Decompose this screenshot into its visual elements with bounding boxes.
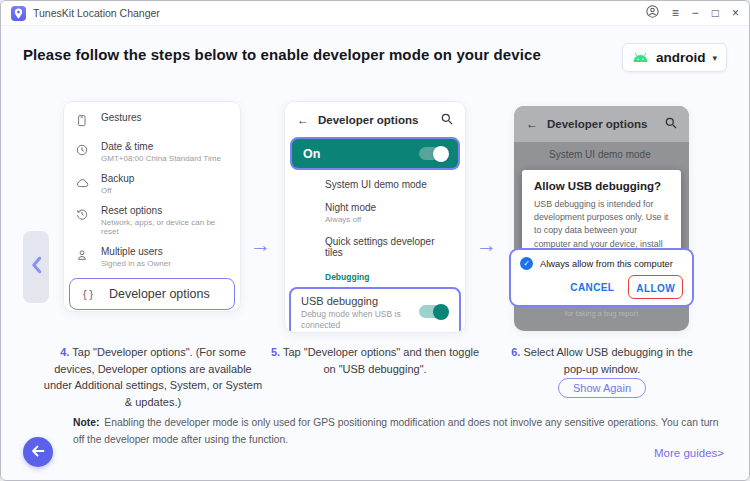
caption-step6: 6. Select Allow USB debugging in the pop…: [507, 344, 697, 377]
back-button[interactable]: [23, 437, 53, 467]
reset-history-icon: [76, 206, 89, 224]
dev-row-subtitle: Always off: [325, 215, 453, 224]
device-selector-label: android: [656, 50, 706, 65]
back-arrow-icon: ←: [297, 113, 309, 127]
on-label: On: [303, 147, 320, 161]
title-bar: TunesKit Location Changer ≡ − □ ×: [1, 1, 749, 26]
dev-row-title: System UI demo mode: [325, 179, 453, 190]
checkbox-checked-icon: ✓: [520, 257, 533, 270]
note-text: Note:Enabling the developer mode is only…: [73, 415, 725, 449]
flow-arrow-icon: →: [476, 233, 497, 257]
android-robot-icon: [632, 49, 649, 67]
allow-dialog-highlight: ✓ Always allow from this computer CANCEL…: [509, 248, 694, 307]
page-title: Please follow the steps below to enable …: [23, 46, 541, 63]
note-body: Enabling the developer mode is only used…: [73, 417, 719, 445]
chevron-left-icon: [31, 256, 42, 278]
settings-row-backup: Backup Off: [64, 168, 240, 200]
caption-step4: 4. Tap "Developer options". (For some de…: [39, 344, 267, 410]
usb-debugging-highlight: USB debugging Debug mode when USB is con…: [289, 287, 461, 333]
user-icon: [76, 247, 89, 265]
developer-options-highlight: { } Developer options: [69, 278, 235, 310]
arrow-left-icon: [31, 443, 45, 461]
settings-subtitle: Off: [101, 186, 134, 195]
dialog-title: Allow USB debugging?: [534, 180, 669, 192]
search-icon: [665, 115, 677, 133]
settings-subtitle: Signed in as Owner: [101, 259, 171, 268]
dev-row-title: Quick settings developer tiles: [325, 236, 453, 258]
usb-debugging-subtitle: Debug mode when USB is connected: [301, 309, 405, 332]
developer-options-label: Developer options: [109, 287, 210, 301]
maximize-icon[interactable]: □: [712, 7, 719, 19]
dev-row-system-ui: System UI demo mode: [285, 173, 465, 196]
screenshot-developer-options: ← Developer options On System UI demo mo…: [284, 101, 466, 333]
dimmed-row: System UI demo mode: [514, 142, 689, 167]
settings-title: Reset options: [101, 205, 228, 216]
caption-step5: 5. Tap "Developer options" and then togg…: [270, 344, 480, 377]
allow-button: ALLOW: [636, 283, 675, 294]
step-number: 6.: [511, 346, 520, 358]
app-logo-pin-icon: [11, 6, 26, 21]
prev-step-button[interactable]: [23, 231, 49, 303]
settings-title: Backup: [101, 173, 134, 184]
dev-row-night-mode: Night mode Always off: [285, 196, 465, 230]
settings-row-date-time: Date & time GMT+08:00 China Standard Tim…: [64, 136, 240, 168]
developer-options-header: ← Developer options: [285, 102, 465, 134]
usb-debugging-toggle: [419, 305, 447, 318]
step-text: Tap "Developer options" and then toggle …: [283, 346, 479, 375]
close-icon[interactable]: ×: [732, 7, 739, 19]
gestures-icon: [76, 113, 89, 131]
cancel-button: CANCEL: [570, 282, 614, 293]
developer-options-title: Developer options: [547, 118, 647, 130]
always-allow-label: Always allow from this computer: [540, 259, 673, 269]
developer-options-title: Developer options: [318, 114, 418, 126]
settings-row-reset-options: Reset options Network, apps, or device c…: [64, 200, 240, 241]
app-title: TunesKit Location Changer: [33, 7, 160, 19]
device-selector-dropdown[interactable]: android ▾: [622, 43, 727, 72]
minimize-icon[interactable]: −: [692, 7, 699, 19]
developer-mode-toggle: [419, 147, 447, 160]
chevron-down-icon: ▾: [712, 53, 717, 63]
settings-row-multiple-users: Multiple users Signed in as Owner: [64, 241, 240, 273]
step-text: Select Allow USB debugging in the pop-up…: [523, 346, 692, 375]
menu-icon[interactable]: ≡: [672, 7, 679, 19]
note-label: Note:: [73, 417, 99, 428]
step-number: 5.: [271, 346, 280, 358]
step-number: 4.: [60, 346, 69, 358]
flow-arrow-icon: →: [250, 233, 271, 257]
settings-subtitle: GMT+08:00 China Standard Time: [101, 154, 221, 163]
search-icon: [441, 111, 453, 129]
back-arrow-icon: ←: [526, 117, 538, 131]
dev-row-quick-settings: Quick settings developer tiles: [285, 230, 465, 264]
screenshot-settings-list: Gestures Date & time GMT+08:00 China Sta…: [63, 101, 241, 312]
debugging-section-label: Debugging: [285, 264, 465, 284]
cloud-icon: [76, 174, 89, 192]
step-text: Tap "Developer options". (For some devic…: [44, 346, 262, 408]
more-guides-link[interactable]: More guides>: [654, 447, 724, 459]
account-icon[interactable]: [646, 4, 659, 22]
developer-mode-on-bar: On: [290, 137, 460, 170]
settings-title: Gestures: [101, 112, 142, 123]
braces-icon: { }: [83, 288, 93, 300]
settings-title: Date & time: [101, 141, 221, 152]
settings-row-gestures: Gestures: [64, 107, 240, 136]
dimmed-footnote: for taking a bug report: [514, 309, 689, 318]
app-window: TunesKit Location Changer ≡ − □ × Please…: [0, 0, 750, 481]
settings-title: Multiple users: [101, 246, 171, 257]
clock-icon: [76, 142, 89, 160]
dev-row-title: Night mode: [325, 202, 453, 213]
settings-subtitle: Network, apps, or device can be reset: [101, 218, 228, 236]
show-again-button[interactable]: Show Again: [558, 378, 646, 398]
allow-button-highlight: ALLOW: [628, 275, 683, 299]
dimmed-header: ← Developer options: [514, 106, 689, 142]
